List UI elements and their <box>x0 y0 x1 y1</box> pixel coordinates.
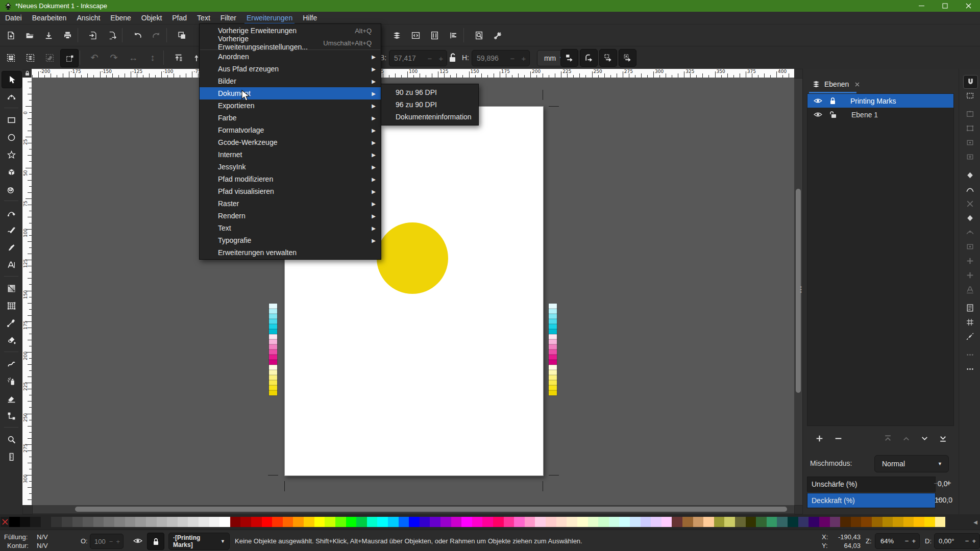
menubar-item-text[interactable]: Text <box>192 12 215 24</box>
width-minus[interactable]: − <box>424 54 435 63</box>
maximize-button[interactable] <box>933 0 957 12</box>
palette-swatch[interactable] <box>346 517 357 527</box>
menubar-item-pfad[interactable]: Pfad <box>167 12 192 24</box>
menu-item-erweiterungen-verwalten[interactable]: Erweiterungen verwalten <box>200 246 381 259</box>
palette-swatch[interactable] <box>272 517 283 527</box>
palette-swatch[interactable] <box>399 517 409 527</box>
horizontal-scrollbar[interactable] <box>32 505 794 513</box>
find-replace-button[interactable] <box>470 27 487 44</box>
opacity-minus[interactable]: − <box>107 538 115 545</box>
tool-node-editor[interactable] <box>2 88 21 105</box>
palette-swatch[interactable] <box>219 517 230 527</box>
palette-swatch[interactable] <box>472 517 483 527</box>
palette-swatch[interactable] <box>903 517 914 527</box>
duplicate-button[interactable] <box>173 27 190 44</box>
snap-paths-button[interactable] <box>963 183 977 196</box>
menu-item-gcode-werkzeuge[interactable]: Gcode-Werkzeuge▶ <box>200 136 381 148</box>
palette-swatch[interactable] <box>756 517 767 527</box>
tool-paint-bucket[interactable] <box>2 332 21 348</box>
palette-swatch[interactable] <box>230 517 241 527</box>
height-plus[interactable]: + <box>518 54 529 63</box>
rotate-cw-button[interactable]: ↷ <box>105 49 122 66</box>
menu-item-pfad-modifizieren[interactable]: Pfad modifizieren▶ <box>200 173 381 185</box>
eye-icon[interactable] <box>814 97 822 104</box>
palette-swatch[interactable] <box>567 517 577 527</box>
palette-swatch[interactable] <box>577 517 588 527</box>
close-tab-icon[interactable] <box>855 82 860 87</box>
palette-swatch[interactable] <box>367 517 378 527</box>
palette-swatch[interactable] <box>883 517 893 527</box>
palette-swatch[interactable] <box>388 517 399 527</box>
palette-swatch[interactable] <box>314 517 325 527</box>
palette-swatch[interactable] <box>283 517 293 527</box>
width-field[interactable]: 57,417 − + <box>389 50 447 66</box>
palette-swatch[interactable] <box>51 517 62 527</box>
palette-swatch[interactable] <box>482 517 493 527</box>
palette-swatch[interactable] <box>125 517 136 527</box>
lower-layer-button[interactable] <box>917 432 932 444</box>
menu-item-anordnen[interactable]: Anordnen▶ <box>200 51 381 63</box>
tool-dropper[interactable] <box>2 315 21 331</box>
palette-swatch[interactable] <box>651 517 662 527</box>
transform-corners-toggle[interactable] <box>580 49 598 67</box>
snap-smooth-nodes-button[interactable] <box>963 226 977 239</box>
menu-item-aus-pfad-erzeugen[interactable]: Aus Pfad erzeugen▶ <box>200 63 381 75</box>
palette-swatch[interactable] <box>746 517 756 527</box>
snap-object-centers-button[interactable] <box>963 255 977 267</box>
palette-swatch[interactable] <box>325 517 335 527</box>
height-field[interactable]: 59,896 − + <box>472 50 530 66</box>
snap-guides-button[interactable] <box>963 330 977 343</box>
yellow-circle-object[interactable] <box>377 222 448 294</box>
submenu-item-90-zu-96-dpi[interactable]: 90 zu 96 DPI <box>381 86 478 98</box>
rotation-field[interactable]: 0,00° − + <box>934 533 980 549</box>
palette-swatch[interactable] <box>525 517 535 527</box>
submenu-item-dokumenteninformation[interactable]: Dokumenteninformation <box>381 111 478 123</box>
vertical-ruler[interactable]: 0255075100125150175200225250275300 <box>22 78 32 505</box>
document-properties-button[interactable] <box>426 27 443 44</box>
raise-layer-button[interactable] <box>899 432 913 444</box>
palette-swatch[interactable] <box>735 517 746 527</box>
menu-item-raster[interactable]: Raster▶ <box>200 197 381 210</box>
palette-swatch[interactable] <box>293 517 304 527</box>
height-minus[interactable]: − <box>507 54 518 63</box>
menu-item-pfad-visualisieren[interactable]: Pfad visualisieren▶ <box>200 185 381 197</box>
palette-swatch[interactable] <box>9 517 20 527</box>
tool-measure[interactable] <box>2 448 21 465</box>
tool-eraser[interactable] <box>2 390 21 407</box>
save-document-button[interactable] <box>40 27 57 44</box>
palette-swatch[interactable] <box>251 517 262 527</box>
palette-swatch[interactable] <box>682 517 693 527</box>
palette-swatch[interactable] <box>724 517 735 527</box>
palette-swatch[interactable] <box>440 517 451 527</box>
tool-selector[interactable] <box>2 71 22 88</box>
new-document-button[interactable] <box>2 27 19 44</box>
undo-button[interactable] <box>129 27 146 44</box>
palette-swatch[interactable] <box>93 517 104 527</box>
palette-swatch[interactable] <box>514 517 525 527</box>
object-opacity-field[interactable]: 100 − + <box>90 534 124 549</box>
palette-swatch[interactable] <box>861 517 872 527</box>
palette-swatch[interactable] <box>767 517 777 527</box>
transform-gradient-toggle[interactable] <box>599 49 617 67</box>
palette-swatch[interactable] <box>20 517 31 527</box>
tool-pen[interactable] <box>2 205 21 221</box>
palette-swatch[interactable] <box>30 517 41 527</box>
tool-spray[interactable] <box>2 373 21 389</box>
palette-swatch[interactable] <box>83 517 93 527</box>
snap-alignment-button[interactable] <box>963 348 977 361</box>
blend-mode-dropdown[interactable]: Normal ▼ <box>874 455 949 472</box>
tool-zoom[interactable] <box>2 431 21 447</box>
select-all-layers-button[interactable] <box>21 49 39 66</box>
snap-rotation-centers-button[interactable] <box>963 269 977 282</box>
blur-increase[interactable]: + <box>942 477 956 489</box>
zoom-plus[interactable]: + <box>910 537 919 545</box>
tool-calligraphy[interactable] <box>2 239 21 256</box>
menu-item-text[interactable]: Text▶ <box>200 222 381 234</box>
transform-stroke-toggle[interactable] <box>560 49 578 67</box>
menu-item-formatvorlage[interactable]: Formatvorlage▶ <box>200 124 381 136</box>
tool-spiral[interactable] <box>2 181 21 197</box>
palette-swatch[interactable] <box>377 517 388 527</box>
menu-item-vorherige-erweiterungseinstellungen-[interactable]: Vorherige Erweiterungseinstellungen...Um… <box>200 37 381 49</box>
palette-swatch[interactable] <box>777 517 788 527</box>
snap-distribution-button[interactable] <box>963 363 977 375</box>
